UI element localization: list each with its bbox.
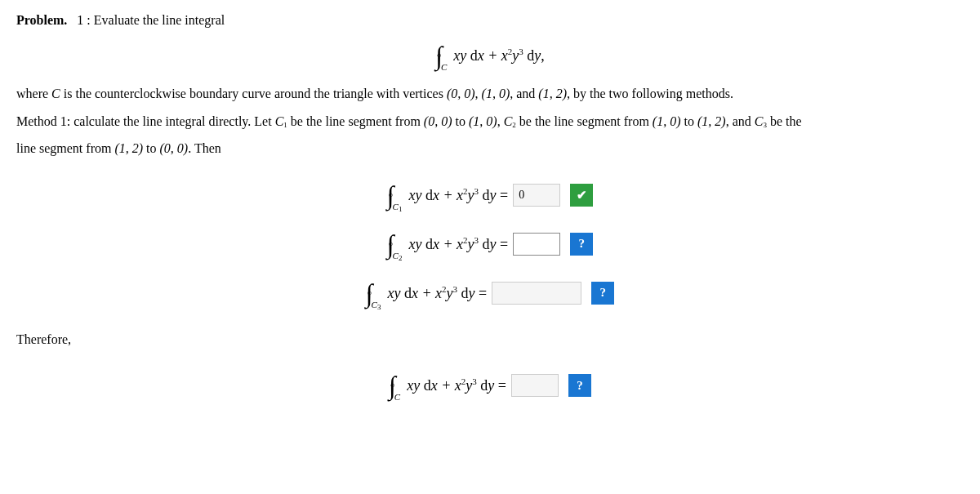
problem-intro: Evaluate the line integral: [94, 13, 225, 27]
therefore-text: Therefore,: [16, 329, 964, 350]
integral-row-final: ∫ C xy dx + x2y3 dy = ?: [16, 372, 964, 398]
problem-label: Problem.: [16, 13, 67, 27]
integral-row-c1: ∫ C1 xy dx + x2y3 dy = ✔: [16, 182, 964, 208]
description-paragraph: where C is the counterclockwise boundary…: [16, 83, 964, 105]
answer-input-c2[interactable]: [513, 233, 560, 256]
check-icon: ✔: [570, 184, 593, 207]
question-icon[interactable]: ?: [591, 282, 614, 305]
question-icon[interactable]: ?: [570, 233, 593, 256]
method1-paragraph: Method 1: calculate the line integral di…: [16, 111, 964, 132]
method1-paragraph-cont: line segment from (1, 2) to (0, 0). Then: [16, 138, 964, 159]
problem-number: 1 :: [70, 13, 90, 27]
answer-input-final[interactable]: [511, 374, 559, 397]
main-integral: ∫ C xy dx + x2y3 dy,: [16, 42, 964, 69]
answer-input-c1[interactable]: [513, 184, 560, 207]
integral-row-c3: ∫ C3 xy dx + x2y3 dy = ?: [16, 280, 964, 306]
problem-header: Problem. 1 : Evaluate the line integral: [16, 13, 964, 28]
answer-input-c3[interactable]: [492, 282, 581, 305]
integral-row-c2: ∫ C2 xy dx + x2y3 dy = ?: [16, 231, 964, 257]
question-icon[interactable]: ?: [568, 374, 591, 397]
